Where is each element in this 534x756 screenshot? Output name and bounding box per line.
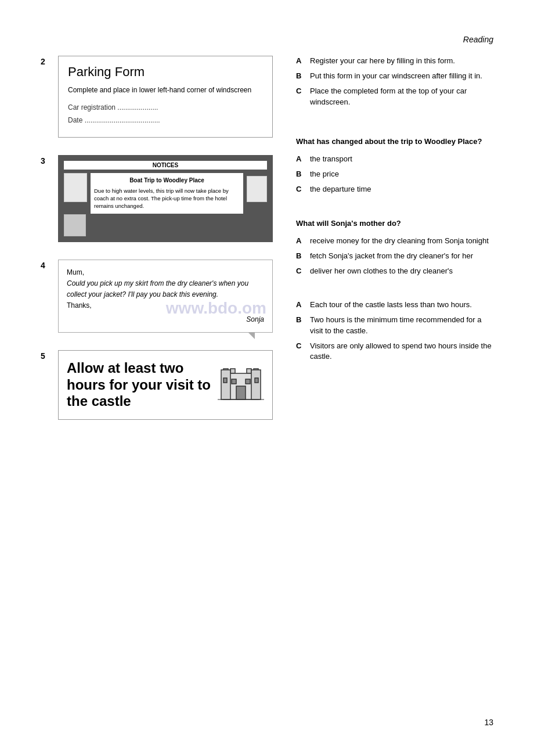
q4-text-b: fetch Sonja's jacket from the dry cleane… — [310, 251, 493, 261]
q4-text-a: receive money for the dry cleaning from … — [310, 236, 493, 246]
q5-option-a: A Each tour of the castle lasts less tha… — [296, 300, 493, 310]
q3-title: What has changed about the trip to Woodl… — [296, 136, 493, 147]
q2-text-a: Register your car here by filling in thi… — [310, 56, 493, 66]
parking-form-field2: Date ...................................… — [68, 116, 263, 124]
notices-title: NOTICES — [64, 161, 267, 170]
section-3-number: 3 — [41, 155, 51, 242]
q4-section: What will Sonja's mother do? A receive m… — [296, 218, 493, 277]
left-column: 2 Parking Form Complete and place in low… — [41, 56, 273, 437]
castle-icon — [218, 362, 264, 408]
q3-option-b: B the price — [296, 169, 493, 179]
q2-text-b: Put this form in your car windscreen aft… — [310, 71, 493, 81]
reading-label: Reading — [463, 35, 493, 44]
q4-letter-c: C — [296, 266, 305, 276]
q3-text-c: the departure time — [310, 184, 493, 195]
q4-option-c: C deliver her own clothes to the dry cle… — [296, 266, 493, 276]
q2-options: A Register your car here by filling in t… — [296, 56, 493, 107]
q3-letter-a: A — [296, 154, 305, 164]
svg-rect-6 — [251, 370, 261, 399]
svg-rect-2 — [247, 369, 251, 373]
section-2-content: Parking Form Complete and place in lower… — [58, 56, 273, 138]
q3-option-c: C the departure time — [296, 184, 493, 195]
svg-rect-10 — [232, 379, 236, 384]
q4-text-c: deliver her own clothes to the dry clean… — [310, 266, 493, 276]
main-content: 2 Parking Form Complete and place in low… — [41, 56, 493, 437]
q5-letter-b: B — [296, 315, 305, 336]
note-thanks: Thanks, — [67, 300, 264, 311]
q3-letter-c: C — [296, 184, 305, 195]
note-greeting: Mum, — [67, 267, 264, 278]
svg-rect-7 — [236, 386, 246, 399]
castle-text: Allow at least two hours for your visit … — [67, 360, 212, 410]
note-signature: Sonja — [67, 314, 264, 325]
q2-option-b: B Put this form in your car windscreen a… — [296, 71, 493, 81]
section-5-number: 5 — [41, 350, 51, 420]
section-3: 3 NOTICES Boat Trip to Woodley Place Due… — [41, 155, 273, 242]
note-box: Mum, Could you pick up my skirt from the… — [58, 260, 273, 333]
notice-paper-bottom-left — [64, 214, 86, 236]
q2-letter-b: B — [296, 71, 305, 81]
q3-letter-b: B — [296, 169, 305, 179]
parking-form-desc: Complete and place in lower left-hand co… — [68, 85, 263, 95]
notices-board: NOTICES Boat Trip to Woodley Place Due t… — [58, 155, 273, 242]
section-4: 4 Mum, Could you pick up my skirt from t… — [41, 260, 273, 333]
q3-text-a: the transport — [310, 154, 493, 164]
q3-option-a: A the transport — [296, 154, 493, 164]
q5-text-a: Each tour of the castle lasts less than … — [310, 300, 493, 310]
q5-options: A Each tour of the castle lasts less tha… — [296, 300, 493, 362]
section-5-content: Allow at least two hours for your visit … — [58, 350, 273, 420]
q5-letter-c: C — [296, 341, 305, 362]
q4-option-b: B fetch Sonja's jacket from the dry clea… — [296, 251, 493, 261]
q5-option-c: C Visitors are only allowed to spend two… — [296, 341, 493, 362]
q3-text-b: the price — [310, 169, 493, 179]
q5-text-c: Visitors are only allowed to spend two h… — [310, 341, 493, 362]
q2-letter-a: A — [296, 56, 305, 66]
q4-letter-b: B — [296, 251, 305, 261]
q2-text-c: Place the completed form at the top of y… — [310, 86, 493, 107]
q2-option-c: C Place the completed form at the top of… — [296, 86, 493, 107]
section-3-content: NOTICES Boat Trip to Woodley Place Due t… — [58, 155, 273, 242]
svg-rect-1 — [230, 369, 235, 373]
notice-paper-right — [247, 176, 267, 202]
q3-section: What has changed about the trip to Woodl… — [296, 136, 493, 195]
section-5: 5 Allow at least two hours for your visi… — [41, 350, 273, 420]
section-4-content: Mum, Could you pick up my skirt from the… — [58, 260, 273, 333]
svg-rect-9 — [255, 378, 258, 383]
page-number: 13 — [484, 718, 493, 727]
q5-text-b: Two hours is the minimum time recommende… — [310, 315, 493, 336]
right-column: A Register your car here by filling in t… — [296, 56, 493, 437]
parking-form-field1: Car registration ..................... — [68, 103, 263, 111]
notices-inner: Boat Trip to Woodley Place Due to high w… — [64, 173, 267, 214]
q4-title: What will Sonja's mother do? — [296, 218, 493, 229]
section-2: 2 Parking Form Complete and place in low… — [41, 56, 273, 138]
svg-rect-8 — [223, 378, 227, 383]
section-4-number: 4 — [41, 260, 51, 333]
boat-trip-text: Due to high water levels, this trip will… — [94, 187, 240, 210]
q4-letter-a: A — [296, 236, 305, 246]
notice-paper-left — [64, 173, 87, 202]
q2-option-a: A Register your car here by filling in t… — [296, 56, 493, 66]
parking-form-title: Parking Form — [68, 64, 263, 80]
boat-trip-title: Boat Trip to Woodley Place — [94, 177, 240, 185]
q5-option-b: B Two hours is the minimum time recommen… — [296, 315, 493, 336]
page: Reading 2 Parking Form Complete and plac… — [0, 0, 534, 756]
section-2-number: 2 — [41, 56, 51, 138]
header-reading: Reading — [41, 35, 493, 44]
q4-option-a: A receive money for the dry cleaning fro… — [296, 236, 493, 246]
parking-form-box: Parking Form Complete and place in lower… — [58, 56, 273, 138]
castle-box: Allow at least two hours for your visit … — [58, 350, 273, 420]
svg-rect-5 — [221, 370, 230, 399]
svg-rect-11 — [246, 379, 250, 384]
q2-letter-c: C — [296, 86, 305, 107]
q5-letter-a: A — [296, 300, 305, 310]
note-body: Could you pick up my skirt from the dry … — [67, 278, 264, 300]
notice-main: Boat Trip to Woodley Place Due to high w… — [91, 173, 243, 214]
